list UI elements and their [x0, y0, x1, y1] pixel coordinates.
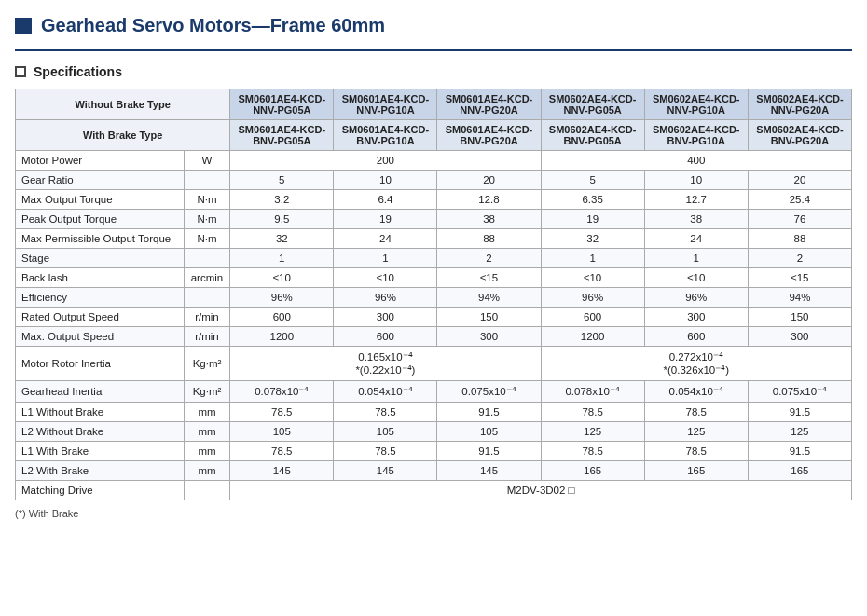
row-unit-12: mm [184, 403, 230, 422]
table-row: Back lasharcmin≤10≤10≤15≤10≤10≤15 [16, 268, 852, 288]
row-unit-3: N·m [184, 210, 230, 229]
row-15-cell-4: 165 [644, 461, 748, 481]
row-3-cell-0: 9.5 [230, 210, 334, 229]
row-10-span-3: 0.272x10⁻⁴ *(0.326x10⁻⁴) [541, 347, 851, 381]
row-12-cell-3: 78.5 [541, 403, 644, 422]
row-13-cell-4: 125 [644, 422, 748, 442]
row-12-cell-1: 78.5 [334, 403, 437, 422]
row-9-cell-4: 600 [644, 327, 748, 347]
row-3-cell-4: 38 [644, 210, 748, 229]
table-row: Stage112112 [16, 249, 852, 268]
row-2-cell-4: 12.7 [644, 190, 748, 210]
row-8-cell-1: 300 [334, 308, 437, 327]
row-14-cell-3: 78.5 [541, 442, 644, 461]
table-row: Max. Output Speedr/min120060030012006003… [16, 327, 852, 347]
row-4-cell-2: 88 [437, 229, 541, 249]
row-11-cell-0: 0.078x10⁻⁴ [230, 381, 334, 403]
row-7-cell-0: 96% [230, 288, 334, 308]
row-6-cell-4: ≤10 [644, 268, 748, 288]
row-8-cell-4: 300 [644, 308, 748, 327]
row-2-cell-0: 3.2 [230, 190, 334, 210]
row-label-6: Back lash [16, 268, 185, 288]
row-15-cell-0: 145 [230, 461, 334, 481]
row-label-9: Max. Output Speed [16, 327, 185, 347]
row-5-cell-1: 1 [334, 249, 437, 268]
row-label-14: L1 With Brake [16, 442, 185, 461]
table-row: Rated Output Speedr/min60030015060030015… [16, 308, 852, 327]
specifications-table: Without Brake Type SM0601AE4-KCD-NNV-PG0… [15, 89, 852, 500]
header-col-5-r2: SM0602AE4-KCD-BNV-PG10A [644, 120, 748, 151]
row-unit-14: mm [184, 442, 230, 461]
row-11-cell-4: 0.054x10⁻⁴ [644, 381, 748, 403]
row-8-cell-2: 150 [437, 308, 541, 327]
header-without-brake-label: Without Brake Type [16, 89, 230, 120]
row-6-cell-3: ≤10 [541, 268, 644, 288]
title-bar: Gearhead Servo Motors—Frame 60mm [15, 15, 852, 36]
row-label-3: Peak Output Torque [16, 210, 185, 229]
row-8-cell-0: 600 [230, 308, 334, 327]
header-col-3-r2: SM0601AE4-KCD-BNV-PG20A [437, 120, 541, 151]
row-15-cell-2: 145 [437, 461, 541, 481]
row-16-span-0: M2DV-3D02 □ [230, 481, 852, 500]
table-row: L2 Without Brakemm105105105125125125 [16, 422, 852, 442]
row-8-cell-5: 150 [748, 308, 851, 327]
row-2-cell-5: 25.4 [748, 190, 851, 210]
row-4-cell-3: 32 [541, 229, 644, 249]
row-unit-1 [184, 171, 230, 190]
row-5-cell-3: 1 [541, 249, 644, 268]
row-6-cell-5: ≤15 [748, 268, 851, 288]
footer-note: (*) With Brake [15, 508, 852, 519]
row-unit-13: mm [184, 422, 230, 442]
row-13-cell-2: 105 [437, 422, 541, 442]
row-1-cell-5: 20 [748, 171, 851, 190]
row-7-cell-3: 96% [541, 288, 644, 308]
row-label-15: L2 With Brake [16, 461, 185, 481]
row-unit-9: r/min [184, 327, 230, 347]
row-3-cell-1: 19 [334, 210, 437, 229]
row-1-cell-4: 10 [644, 171, 748, 190]
header-col-4-r2: SM0602AE4-KCD-BNV-PG05A [541, 120, 644, 151]
row-11-cell-5: 0.075x10⁻⁴ [748, 381, 851, 403]
header-col-1-r1: SM0601AE4-KCD-NNV-PG05A [230, 89, 334, 120]
table-row: L1 With Brakemm78.578.591.578.578.591.5 [16, 442, 852, 461]
row-unit-10: Kg·m² [184, 347, 230, 381]
row-12-cell-2: 91.5 [437, 403, 541, 422]
row-4-cell-0: 32 [230, 229, 334, 249]
row-unit-5 [184, 249, 230, 268]
table-row: Motor Rotor InertiaKg·m²0.165x10⁻⁴ *(0.2… [16, 347, 852, 381]
row-14-cell-1: 78.5 [334, 442, 437, 461]
row-label-10: Motor Rotor Inertia [16, 347, 185, 381]
row-1-cell-1: 10 [334, 171, 437, 190]
row-label-8: Rated Output Speed [16, 308, 185, 327]
row-2-cell-1: 6.4 [334, 190, 437, 210]
title-divider [15, 49, 852, 51]
row-label-2: Max Output Torque [16, 190, 185, 210]
row-unit-8: r/min [184, 308, 230, 327]
row-4-cell-4: 24 [644, 229, 748, 249]
row-label-1: Gear Ratio [16, 171, 185, 190]
row-label-16: Matching Drive [16, 481, 185, 500]
row-13-cell-3: 125 [541, 422, 644, 442]
row-1-cell-0: 5 [230, 171, 334, 190]
row-14-cell-4: 78.5 [644, 442, 748, 461]
row-11-cell-1: 0.054x10⁻⁴ [334, 381, 437, 403]
row-14-cell-0: 78.5 [230, 442, 334, 461]
row-label-13: L2 Without Brake [16, 422, 185, 442]
row-14-cell-2: 91.5 [437, 442, 541, 461]
row-13-cell-0: 105 [230, 422, 334, 442]
header-col-3-r1: SM0601AE4-KCD-NNV-PG20A [437, 89, 541, 120]
row-2-cell-2: 12.8 [437, 190, 541, 210]
row-unit-16 [184, 481, 230, 500]
header-with-brake-label: With Brake Type [16, 120, 230, 151]
row-9-cell-3: 1200 [541, 327, 644, 347]
row-2-cell-3: 6.35 [541, 190, 644, 210]
section-title-row: Specifications [15, 64, 852, 79]
row-9-cell-0: 1200 [230, 327, 334, 347]
row-9-cell-1: 600 [334, 327, 437, 347]
row-unit-11: Kg·m² [184, 381, 230, 403]
row-7-cell-5: 94% [748, 288, 851, 308]
table-row: Max Permissible Output TorqueN·m32248832… [16, 229, 852, 249]
table-row: L2 With Brakemm145145145165165165 [16, 461, 852, 481]
row-7-cell-2: 94% [437, 288, 541, 308]
row-9-cell-2: 300 [437, 327, 541, 347]
